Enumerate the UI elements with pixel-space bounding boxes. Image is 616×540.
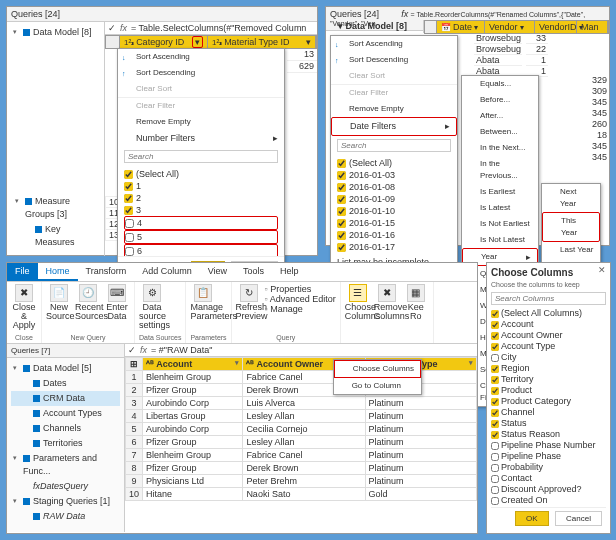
tab-add-column[interactable]: Add Column: [134, 263, 200, 281]
menu-number-filters[interactable]: Number Filters▸: [118, 130, 284, 147]
chk-1[interactable]: [124, 182, 133, 191]
datefilter-after-[interactable]: After...: [462, 108, 538, 124]
datefilter-in-the-next-[interactable]: In the Next...: [462, 140, 538, 156]
col-account[interactable]: ᴬᴮ Account▾: [143, 358, 243, 371]
table-row[interactable]: 1Blenheim GroupFabrice CanelPlatinum: [126, 371, 477, 384]
year-this-year[interactable]: This Year: [542, 212, 600, 242]
date-search[interactable]: [337, 139, 451, 152]
menu-choose-columns[interactable]: Choose Columns: [334, 360, 421, 378]
col-date[interactable]: 📅 Date ▾: [437, 21, 485, 33]
datefilter-is-earliest[interactable]: Is Earliest: [462, 184, 538, 200]
col-material-type[interactable]: 1²₃ Material Type ID▾: [208, 36, 316, 48]
year-last-year[interactable]: Last Year: [542, 242, 600, 258]
chk-select-all[interactable]: [124, 170, 133, 179]
btn-data-source-settings[interactable]: ⚙Data source settings: [139, 284, 165, 330]
tab-tools[interactable]: Tools: [235, 263, 272, 281]
tree-raw-data[interactable]: RAW Data: [11, 509, 120, 524]
chk-4[interactable]: [125, 219, 134, 228]
table-row[interactable]: 4Libertas GroupLesley AllanPlatinum: [126, 410, 477, 423]
tree-account-types[interactable]: Account Types: [11, 406, 120, 421]
datefilter-before-[interactable]: Before...: [462, 92, 538, 108]
col-chk-city[interactable]: City: [491, 352, 606, 363]
tree-territories[interactable]: Territories: [11, 436, 120, 451]
col-category-id[interactable]: 1²₃ Category ID▾: [120, 36, 208, 48]
tree-fxdatesquery[interactable]: fxDatesQuery: [11, 479, 120, 494]
date-chk-7[interactable]: 2016-01-17: [337, 241, 451, 253]
menu-remove-empty-2[interactable]: Remove Empty: [331, 101, 457, 117]
menu-remove-empty[interactable]: Remove Empty: [118, 114, 284, 130]
table-row[interactable]: 10HitaneNaoki SatoGold: [126, 488, 477, 501]
date-chk-4[interactable]: 2016-01-10: [337, 205, 451, 217]
table-row[interactable]: 8Pfizer GroupDerek BrownPlatinum: [126, 462, 477, 475]
col-chk-region[interactable]: Region: [491, 363, 606, 374]
btn-close-apply[interactable]: ✖Close & Apply: [11, 284, 37, 330]
menu-go-to-column[interactable]: Go to Column: [334, 378, 421, 394]
col-chk-status[interactable]: Status: [491, 418, 606, 429]
col-chk-discount-approved-[interactable]: Discount Approved?: [491, 484, 606, 495]
btn-choose-columns[interactable]: ☰Choose Columns: [345, 284, 371, 321]
datefilter-is-latest[interactable]: Is Latest: [462, 200, 538, 216]
btn-remove-columns[interactable]: ✖Remove Columns: [374, 284, 400, 321]
tree-data-model[interactable]: Data Model [8]: [11, 25, 100, 40]
menu-sort-desc-2[interactable]: Sort Descending: [331, 52, 457, 68]
table-row[interactable]: 7Blenheim GroupFabrice CanelPlatinum: [126, 449, 477, 462]
col-chk--select-all-columns-[interactable]: (Select All Columns): [491, 308, 606, 319]
btn-advanced-editor[interactable]: Advanced Editor: [265, 294, 336, 304]
filter-search[interactable]: [124, 150, 278, 163]
close-icon[interactable]: ✕: [598, 265, 606, 275]
column-search[interactable]: [491, 292, 606, 305]
col-chk-account-owner[interactable]: Account Owner: [491, 330, 606, 341]
date-chk-2[interactable]: 2016-01-08: [337, 181, 451, 193]
btn-enter-data[interactable]: ⌨Enter Data: [104, 284, 130, 321]
tree-channels[interactable]: Channels: [11, 421, 120, 436]
table-row[interactable]: 5Aurobindo CorpCecilia CornejoPlatinum: [126, 423, 477, 436]
date-chk-6[interactable]: 2016-01-16: [337, 229, 451, 241]
year-next-year[interactable]: Next Year: [542, 184, 600, 212]
chk-3[interactable]: [124, 206, 133, 215]
datefilter-is-not-earliest[interactable]: Is Not Earliest: [462, 216, 538, 232]
col-chk-pipeline-phase-number[interactable]: Pipeline Phase Number: [491, 440, 606, 451]
menu-sort-asc-2[interactable]: Sort Ascending: [331, 36, 457, 52]
col-chk-product[interactable]: Product: [491, 385, 606, 396]
tree-measure-groups[interactable]: Measure Groups [3]: [13, 194, 99, 222]
menu-date-filters[interactable]: Date Filters▸: [331, 117, 457, 136]
table-row[interactable]: 3Aurobindo CorpLuis AlvercaPlatinum: [126, 397, 477, 410]
datefilter-is-not-latest[interactable]: Is Not Latest: [462, 232, 538, 248]
col-chk-probability[interactable]: Probability: [491, 462, 606, 473]
col-chk-created-on[interactable]: Created On: [491, 495, 606, 506]
tab-home[interactable]: Home: [38, 263, 78, 281]
btn-properties[interactable]: Properties: [265, 284, 336, 294]
table-row[interactable]: 9Physicians LtdPeter BrehmPlatinum: [126, 475, 477, 488]
col-chk-account-type[interactable]: Account Type: [491, 341, 606, 352]
tree-dates[interactable]: Dates: [11, 376, 120, 391]
date-chk-1[interactable]: 2016-01-03: [337, 169, 451, 181]
col-vendor[interactable]: Vendor ▾: [485, 21, 535, 33]
tree-key-measures[interactable]: Key Measures: [13, 222, 99, 250]
tree-staging[interactable]: Staging Queries [1]: [11, 494, 120, 509]
table-row[interactable]: 6Pfizer GroupLesley AllanPlatinum: [126, 436, 477, 449]
ok-button-4[interactable]: OK: [515, 511, 549, 526]
tab-view[interactable]: View: [200, 263, 235, 281]
col-man[interactable]: Man: [577, 21, 608, 33]
btn-manage[interactable]: Manage: [265, 304, 336, 314]
menu-sort-desc[interactable]: Sort Descending: [118, 65, 284, 81]
col-chk-account[interactable]: Account: [491, 319, 606, 330]
col-chk-status-reason[interactable]: Status Reason: [491, 429, 606, 440]
datefilter-between-[interactable]: Between...: [462, 124, 538, 140]
col-vendorid[interactable]: VendorID ▾: [535, 21, 577, 33]
tab-transform[interactable]: Transform: [78, 263, 135, 281]
col-chk-pipeline-phase[interactable]: Pipeline Phase: [491, 451, 606, 462]
date-chk-0[interactable]: (Select All): [337, 157, 451, 169]
menu-sort-asc[interactable]: Sort Ascending: [118, 49, 284, 65]
date-chk-5[interactable]: 2016-01-15: [337, 217, 451, 229]
tree-parameters[interactable]: Parameters and Func...: [11, 451, 120, 479]
col-chk-channel[interactable]: Channel: [491, 407, 606, 418]
datefilter-in-the-previous-[interactable]: In the Previous...: [462, 156, 538, 184]
col-chk-territory[interactable]: Territory: [491, 374, 606, 385]
chk-6[interactable]: [125, 247, 134, 256]
tree-crm-data[interactable]: CRM Data: [11, 391, 120, 406]
tree-data-model-3[interactable]: Data Model [5]: [11, 361, 120, 376]
tab-file[interactable]: File: [7, 263, 38, 281]
date-chk-3[interactable]: 2016-01-09: [337, 193, 451, 205]
btn-keep-rows[interactable]: ▦Kee Ro: [403, 284, 429, 321]
